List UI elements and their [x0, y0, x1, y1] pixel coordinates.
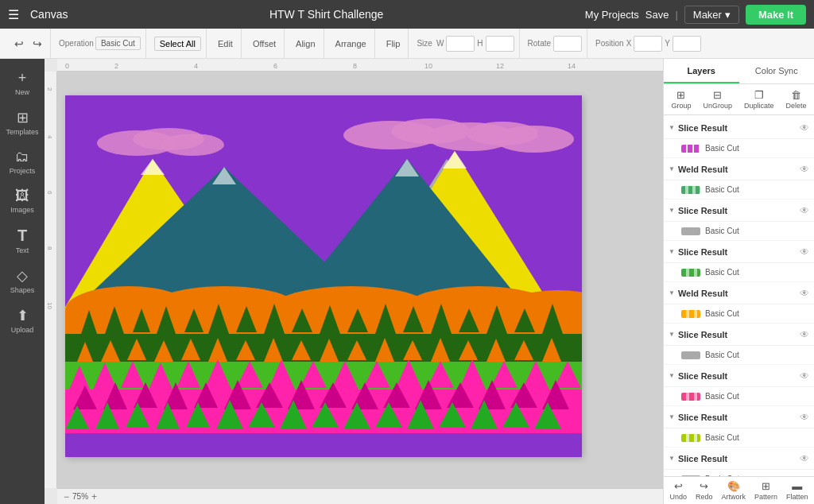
chevron-down-icon: ▾ — [725, 9, 731, 21]
color-swatch — [681, 269, 700, 277]
h-label: H — [477, 39, 483, 48]
visibility-icon[interactable]: 👁 — [800, 453, 809, 464]
group-icon: ⊞ — [676, 89, 685, 101]
upload-icon: ⬆ — [17, 307, 29, 324]
tab-layers[interactable]: Layers — [664, 59, 739, 83]
visibility-icon[interactable]: 👁 — [800, 246, 809, 258]
redo-button[interactable]: ↪ — [29, 36, 45, 52]
operation-label: Operation — [59, 39, 94, 48]
expand-icon: ▼ — [669, 289, 675, 297]
panel-redo-button[interactable]: ↪ Redo — [696, 480, 713, 501]
redo-label: Redo — [696, 493, 713, 501]
layer-item[interactable]: ▼ Slice Result 👁 — [664, 448, 814, 470]
offset-button[interactable]: Offset — [250, 37, 279, 50]
canvas-area[interactable]: 0 2 4 6 8 10 12 14 2 4 6 8 10 — [45, 59, 663, 504]
layer-item[interactable]: ▼ Slice Result 👁 — [664, 241, 814, 263]
sidebar-item-label-upload: Upload — [11, 326, 34, 334]
duplicate-button[interactable]: ❐ Duplicate — [741, 87, 777, 111]
layer-item[interactable]: ▼ Slice Result 👁 — [664, 117, 814, 139]
y-input[interactable] — [673, 36, 701, 52]
visibility-icon[interactable]: 👁 — [800, 122, 809, 134]
sidebar-item-templates[interactable]: ⊞ Templates — [3, 104, 41, 141]
visibility-icon[interactable]: 👁 — [800, 164, 809, 175]
layer-item[interactable]: ▼ Weld Result 👁 — [664, 282, 814, 304]
sidebar-item-images[interactable]: 🖼 Images — [3, 183, 41, 219]
flip-button[interactable]: Flip — [383, 37, 404, 50]
svg-point-8 — [161, 134, 224, 156]
sidebar-item-upload[interactable]: ⬆ Upload — [3, 302, 41, 339]
size-label: Size — [417, 39, 432, 48]
expand-icon: ▼ — [669, 372, 675, 379]
visibility-icon[interactable]: 👁 — [800, 205, 809, 216]
tab-color-sync[interactable]: Color Sync — [739, 59, 815, 83]
color-swatch — [681, 227, 700, 235]
operation-field: Operation Basic Cut — [59, 37, 141, 50]
expand-icon: ▼ — [669, 165, 675, 173]
select-all-button[interactable]: Select All — [154, 37, 201, 51]
undo-button[interactable]: ↩ — [11, 36, 27, 52]
x-input[interactable] — [634, 36, 662, 52]
layer-item[interactable]: ▼ Slice Result 👁 — [664, 200, 814, 222]
flatten-icon: ▬ — [792, 480, 802, 492]
sidebar-item-label-projects: Projects — [10, 167, 36, 175]
delete-button[interactable]: 🗑 Delete — [782, 87, 809, 111]
layer-sub-item[interactable]: Basic Cut — [664, 263, 814, 282]
canvas-viewport[interactable]: COLORADO — [57, 72, 663, 488]
layer-sub-item[interactable]: Basic Cut — [664, 304, 814, 324]
delete-icon: 🗑 — [791, 89, 801, 101]
sub-layer-name: Basic Cut — [705, 268, 739, 277]
save-button[interactable]: Save — [645, 9, 669, 21]
visibility-icon[interactable]: 👁 — [800, 329, 809, 340]
artwork-button[interactable]: 🎨 Artwork — [721, 480, 746, 501]
layer-sub-item[interactable]: Basic Cut — [664, 222, 814, 241]
project-title: HTW T Shirt Challenge — [76, 8, 576, 21]
layer-sub-item[interactable]: Basic Cut — [664, 428, 814, 448]
layer-item[interactable]: ▼ Slice Result 👁 — [664, 365, 814, 387]
operation-group: Operation Basic Cut — [54, 29, 146, 58]
my-projects-button[interactable]: My Projects — [585, 9, 639, 21]
layer-name: Slice Result — [678, 123, 797, 133]
operation-value[interactable]: Basic Cut — [95, 37, 141, 50]
arrange-group: Arrange — [328, 29, 375, 58]
zoom-in-button[interactable]: + — [91, 491, 97, 502]
edit-button[interactable]: Edit — [215, 37, 236, 50]
pattern-button[interactable]: ⊞ Pattern — [754, 480, 777, 501]
panel-bottom: ↩ Undo ↪ Redo 🎨 Artwork ⊞ Pattern ▬ Flat… — [664, 476, 814, 504]
rotate-input[interactable] — [553, 36, 582, 52]
sidebar-item-text[interactable]: T Text — [3, 222, 41, 259]
sidebar-item-shapes[interactable]: ◇ Shapes — [3, 262, 41, 299]
layer-item[interactable]: ▼ Slice Result 👁 — [664, 406, 814, 428]
make-it-button[interactable]: Make It — [746, 5, 806, 25]
color-swatch — [681, 434, 700, 442]
sidebar-item-new[interactable]: + New — [3, 65, 41, 101]
layer-sub-item[interactable]: Basic Cut — [664, 470, 814, 476]
layer-item[interactable]: ▼ Slice Result 👁 — [664, 324, 814, 346]
layer-sub-item[interactable]: Basic Cut — [664, 346, 814, 365]
panel-undo-button[interactable]: ↩ Undo — [669, 480, 687, 501]
group-button[interactable]: ⊞ Group — [668, 87, 694, 111]
position-label: Position — [595, 39, 624, 48]
shapes-icon: ◇ — [17, 267, 28, 285]
menu-icon[interactable]: ☰ — [8, 7, 19, 22]
visibility-icon[interactable]: 👁 — [800, 412, 809, 423]
visibility-icon[interactable]: 👁 — [800, 288, 809, 299]
layers-list: ▼ Slice Result 👁 Basic Cut ▼ Weld Result… — [664, 115, 814, 476]
sidebar-item-projects[interactable]: 🗂 Projects — [3, 144, 41, 180]
sub-layer-name: Basic Cut — [705, 185, 739, 194]
flatten-button[interactable]: ▬ Flatten — [786, 480, 808, 501]
sub-layer-name: Basic Cut — [705, 392, 739, 401]
height-input[interactable] — [486, 36, 514, 52]
arrange-button[interactable]: Arrange — [332, 37, 370, 50]
layer-sub-item[interactable]: Basic Cut — [664, 387, 814, 406]
maker-button[interactable]: Maker ▾ — [684, 6, 739, 24]
right-panel: Layers Color Sync ⊞ Group ⊟ UnGroup ❐ Du… — [663, 59, 814, 504]
ungroup-button[interactable]: ⊟ UnGroup — [700, 87, 735, 111]
visibility-icon[interactable]: 👁 — [800, 370, 809, 382]
layer-item[interactable]: ▼ Weld Result 👁 — [664, 158, 814, 180]
layer-sub-item[interactable]: Basic Cut — [664, 139, 814, 158]
layer-sub-item[interactable]: Basic Cut — [664, 180, 814, 200]
zoom-out-button[interactable]: − — [64, 491, 69, 502]
panel-actions: ⊞ Group ⊟ UnGroup ❐ Duplicate 🗑 Delete — [664, 84, 814, 115]
align-button[interactable]: Align — [293, 37, 318, 50]
width-input[interactable] — [446, 36, 475, 52]
